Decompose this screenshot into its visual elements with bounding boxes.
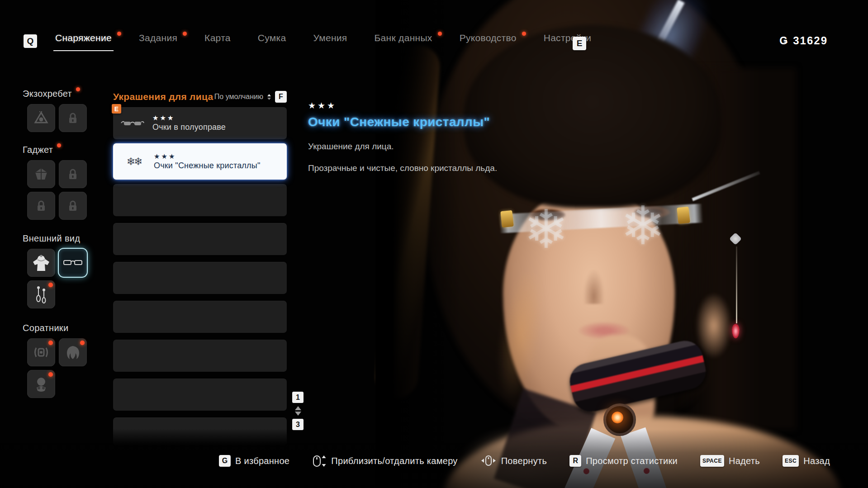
list-item-halfframe-glasses[interactable]: E ★★★ Очки в полуоправе [113, 107, 287, 139]
hint-label: Надеть [729, 456, 760, 466]
portrait-nose [583, 270, 604, 304]
stats-key-badge: R [569, 455, 581, 467]
empty-list-row [113, 184, 287, 216]
glasses-hinge [677, 207, 690, 224]
lock-icon [68, 200, 78, 212]
section-title: Гаджет [23, 145, 53, 155]
tab-label: Умения [313, 33, 347, 43]
next-tab-key-badge[interactable]: E [573, 37, 586, 50]
snowflake-decoration: ❄ [621, 199, 665, 252]
notification-dot [57, 143, 61, 147]
currency-display: Ǥ 31629 [779, 34, 828, 47]
snowflake-glasses-icon: ❄❄ [121, 156, 147, 167]
notification-dot [522, 32, 526, 36]
hint-back[interactable]: ESC Назад [783, 455, 830, 467]
tab-label: Снаряжение [55, 33, 112, 43]
back-key-badge: ESC [783, 455, 799, 467]
slot-gadget-4-locked[interactable] [59, 192, 87, 220]
earrings-icon [34, 285, 48, 304]
slot-drone[interactable] [27, 338, 55, 366]
detail-item-type: Украшение для лица. [308, 142, 579, 152]
prev-tab-key-badge[interactable]: Q [24, 34, 37, 48]
hair-icon [65, 345, 81, 360]
hint-camera-zoom[interactable]: Приблизить/отдалить камеру [312, 454, 457, 468]
bottom-hint-bar: G В избранное Приблизить/отдалить камеру… [0, 429, 868, 488]
tab-quests[interactable]: Задания [137, 32, 179, 50]
sort-label: По умолчанию [214, 93, 263, 101]
notification-dot [117, 32, 121, 36]
empty-list-row [113, 301, 287, 333]
tab-databank[interactable]: Банк данных [373, 32, 434, 50]
slot-earrings[interactable] [27, 280, 55, 308]
tab-skills[interactable]: Умения [312, 32, 349, 50]
tab-label: Банк данных [375, 33, 432, 43]
notification-dot [48, 283, 53, 287]
item-hotkey-badge: E [112, 104, 121, 114]
empty-list-row [113, 379, 287, 411]
item-rarity-stars: ★★★ [152, 114, 226, 121]
slot-hair[interactable] [59, 338, 87, 366]
tab-label: Карта [204, 33, 231, 43]
hint-view-stats[interactable]: R Просмотр статистики [569, 455, 678, 467]
hint-favorite[interactable]: G В избранное [219, 455, 289, 467]
detail-item-description: Прозрачные и чистые, словно кристаллы ль… [308, 163, 579, 173]
list-header: Украшения для лица По умолчанию F [113, 90, 287, 103]
slot-companion-face[interactable] [27, 370, 55, 398]
tab-map[interactable]: Карта [203, 32, 232, 50]
slot-outfit[interactable] [27, 249, 55, 277]
notification-dot [438, 32, 442, 36]
gold-icon: Ǥ [779, 35, 787, 47]
tab-bag[interactable]: Сумка [256, 32, 288, 50]
hint-label: Приблизить/отдалить камеру [331, 456, 457, 466]
empty-list-row [113, 340, 287, 372]
section-title: Экзохребет [23, 89, 72, 99]
sort-control[interactable]: По умолчанию F [214, 91, 287, 103]
mouse-rotate-icon [480, 455, 497, 467]
slot-exospine-2-locked[interactable] [59, 104, 87, 132]
empty-list-row [113, 262, 287, 294]
item-list-panel: Украшения для лица По умолчанию F E ★★★ … [113, 90, 287, 452]
tab-label: Задания [139, 33, 177, 43]
scroll-up-icon[interactable] [295, 406, 301, 410]
companion-face-icon [33, 376, 49, 392]
portrait-pendant-orb [612, 412, 623, 423]
section-gadget: Гаджет [23, 145, 104, 220]
notification-dot [48, 372, 53, 377]
currency-value: 31629 [793, 34, 828, 47]
tab-label: Руководство [460, 33, 517, 43]
notification-dot [80, 341, 85, 345]
current-page-badge: 1 [292, 392, 304, 403]
notification-dot [76, 87, 80, 91]
mouse-scroll-icon [312, 454, 327, 468]
portrait-earring-chain [736, 246, 737, 323]
gadget-icon [34, 167, 48, 181]
empty-list-row [113, 223, 287, 255]
section-companions: Соратники [23, 323, 104, 398]
slot-exospine-1[interactable] [27, 104, 55, 132]
hint-rotate[interactable]: Повернуть [480, 455, 547, 467]
lock-icon [68, 112, 78, 124]
section-title: Соратники [23, 323, 68, 333]
notification-dot [48, 341, 53, 345]
scroll-down-icon[interactable] [295, 412, 301, 416]
slot-gadget-2-locked[interactable] [59, 160, 87, 188]
page-scroll-arrows[interactable] [295, 406, 301, 416]
hint-equip[interactable]: SPACE Надеть [700, 455, 760, 467]
sort-key-badge[interactable]: F [275, 91, 287, 103]
portrait-fade [375, 0, 461, 488]
notification-dot [183, 32, 187, 36]
lock-icon [36, 200, 46, 212]
slot-gadget-1[interactable] [27, 160, 55, 188]
item-name: Очки в полуоправе [152, 123, 226, 132]
lock-icon [68, 168, 78, 180]
section-appearance: Внешний вид [23, 233, 104, 308]
slot-gadget-3-locked[interactable] [27, 192, 55, 220]
detail-item-title: Очки "Снежные кристаллы" [308, 115, 579, 129]
list-item-snow-crystal-glasses[interactable]: ❄❄ ★★★ Очки "Снежные кристаллы" [113, 143, 287, 180]
slot-face-accessory[interactable] [59, 249, 87, 277]
item-name: Очки "Снежные кристаллы" [154, 161, 261, 171]
item-detail-panel: ★★★ Очки "Снежные кристаллы" Украшение д… [308, 100, 579, 173]
tab-equipment[interactable]: Снаряжение [53, 32, 114, 51]
tab-guide[interactable]: Руководство [458, 32, 518, 50]
exospine-icon [33, 111, 49, 125]
